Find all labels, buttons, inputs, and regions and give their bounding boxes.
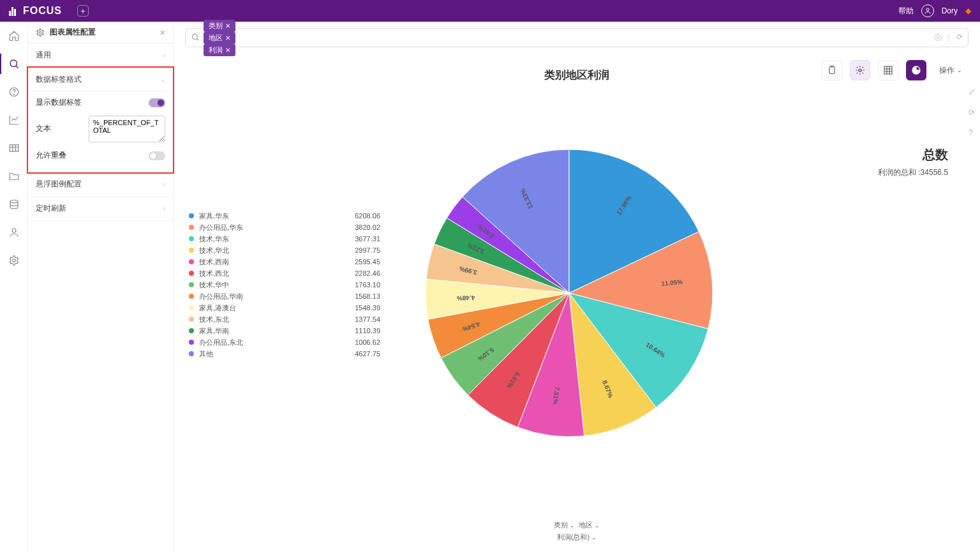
svg-point-0 xyxy=(926,8,929,11)
panel-title: 图表属性配置 xyxy=(50,27,96,38)
svg-point-8 xyxy=(39,31,41,34)
search-box[interactable]: 类别✕ 地区✕ 利润✕ ⓧ | ⟳ xyxy=(185,28,969,47)
text-label: 文本 xyxy=(36,116,51,134)
reload-icon[interactable]: ⟳ xyxy=(969,108,975,117)
legend-item[interactable]: 办公用品,华东3820.02 xyxy=(189,222,380,233)
user-icon[interactable] xyxy=(8,226,20,239)
svg-rect-4 xyxy=(10,145,19,152)
chevron-down-icon: ⌄ xyxy=(160,76,165,83)
show-label-toggle[interactable] xyxy=(149,98,165,107)
close-icon[interactable]: × xyxy=(160,27,165,38)
section-label-format[interactable]: 数据标签格式⌄ xyxy=(28,68,173,92)
legend-item[interactable]: 其他4627.75 xyxy=(189,348,380,359)
chevron-right-icon: › xyxy=(163,181,165,188)
legend-item[interactable]: 技术,华东3677.31 xyxy=(189,233,380,245)
legend-item[interactable]: 技术,华北2997.75 xyxy=(189,245,380,256)
footer-axis: 类别 ⌄ 地区 ⌄ 利润(总和) ⌄ xyxy=(174,519,980,543)
allow-overlap-toggle[interactable] xyxy=(149,151,165,160)
section-tooltip-legend[interactable]: 悬浮图例配置› xyxy=(28,172,173,197)
filter-chip[interactable]: 类别✕ xyxy=(204,20,235,32)
settings-icon[interactable] xyxy=(8,254,20,267)
label-text-input[interactable] xyxy=(89,116,165,142)
legend-item[interactable]: 办公用品,华南1568.13 xyxy=(189,291,380,302)
topbar: FOCUS ＋ 帮助 Dory ◆ xyxy=(0,0,980,22)
database-icon[interactable] xyxy=(8,198,20,211)
add-button[interactable]: ＋ xyxy=(77,5,89,17)
pie-chart: 13.33%17.96%11.05%10.64%8.67%7.51%6.61%5… xyxy=(403,127,735,461)
show-label-text: 显示数据标签 xyxy=(36,97,82,108)
svg-point-3 xyxy=(13,94,14,94)
svg-point-9 xyxy=(192,34,197,39)
legend-item[interactable]: 办公用品,东北1006.62 xyxy=(189,336,380,348)
content: 类别✕ 地区✕ 利润✕ ⓧ | ⟳ 操作⌄ 类别地区利润 ⤢ ⟳ ? xyxy=(174,22,980,551)
allow-overlap-text: 允许重叠 xyxy=(36,150,66,161)
app-name: FOCUS xyxy=(23,5,62,17)
help-link[interactable]: 帮助 xyxy=(898,6,914,17)
refresh-icon[interactable]: ⟳ xyxy=(956,33,963,43)
svg-point-1 xyxy=(10,60,17,67)
legend-item[interactable]: 技术,西北2282.46 xyxy=(189,268,380,279)
svg-point-7 xyxy=(12,259,15,262)
info-icon[interactable]: ? xyxy=(969,128,975,137)
section-auto-refresh[interactable]: 定时刷新› xyxy=(28,197,173,221)
chart-title: 类别地区利润 xyxy=(174,68,980,82)
expand-icon[interactable]: ⤢ xyxy=(969,87,975,96)
search-icon[interactable] xyxy=(8,57,20,70)
logo-icon xyxy=(9,6,19,16)
legend-item[interactable]: 技术,东北1377.54 xyxy=(189,313,380,325)
legend: 家具,华东6208.06办公用品,华东3820.02技术,华东3677.31技术… xyxy=(189,210,380,359)
chevron-right-icon: › xyxy=(163,205,165,212)
summary: 总数 利润的总和 :34556.5 xyxy=(878,146,948,178)
search-icon xyxy=(191,33,200,43)
svg-text:4.48%: 4.48% xyxy=(457,294,475,302)
left-rail xyxy=(0,22,28,551)
user-name[interactable]: Dory xyxy=(942,6,958,15)
gear-icon xyxy=(36,28,45,37)
legend-item[interactable]: 技术,华中1763.10 xyxy=(189,279,380,291)
legend-item[interactable]: 家具,港澳台1548.39 xyxy=(189,302,380,313)
legend-item[interactable]: 家具,华东6208.06 xyxy=(189,210,380,222)
diamond-icon: ◆ xyxy=(965,6,971,15)
table-icon[interactable] xyxy=(8,142,20,155)
legend-item[interactable]: 技术,西南2595.45 xyxy=(189,256,380,268)
home-icon[interactable] xyxy=(8,29,20,42)
clear-icon[interactable]: ⓧ xyxy=(934,33,942,43)
help-icon[interactable] xyxy=(8,86,20,98)
highlighted-section: 数据标签格式⌄ 显示数据标签 文本 允许重叠 xyxy=(27,66,174,174)
svg-point-6 xyxy=(12,229,16,232)
chart-icon[interactable] xyxy=(8,114,20,126)
chevron-right-icon: › xyxy=(163,52,165,59)
summary-line: 利润的总和 :34556.5 xyxy=(878,167,948,178)
section-general[interactable]: 通用› xyxy=(28,43,173,68)
folder-icon[interactable] xyxy=(8,170,20,183)
user-avatar-icon[interactable] xyxy=(921,4,934,17)
svg-point-5 xyxy=(10,200,18,203)
filter-chip[interactable]: 地区✕ xyxy=(204,32,235,44)
summary-title: 总数 xyxy=(878,146,948,163)
legend-item[interactable]: 家具,华南1110.39 xyxy=(189,325,380,336)
config-panel: 图表属性配置 × 通用› 数据标签格式⌄ 显示数据标签 文本 允许重叠 xyxy=(28,22,174,551)
chart-area: ⤢ ⟳ ? 总数 利润的总和 :34556.5 家具,华东6208.06办公用品… xyxy=(174,82,980,551)
logo: FOCUS xyxy=(9,5,62,17)
